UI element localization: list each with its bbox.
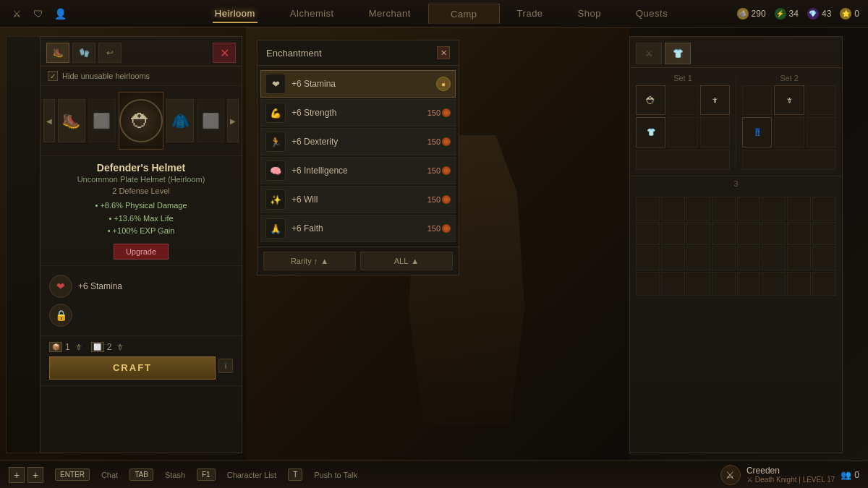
craft-button[interactable]: CRAFT — [49, 356, 216, 380]
inv-slot-13[interactable] — [737, 222, 761, 246]
enchant-item-strength[interactable]: 💪 +6 Strength 150 — [260, 99, 456, 127]
inv-slot-1[interactable] — [636, 197, 660, 221]
boots-icon: 🥾 — [62, 112, 80, 129]
inv-slot-27[interactable] — [686, 272, 710, 296]
right-tab-armor[interactable]: 👕 — [665, 43, 691, 64]
inv-slot-20[interactable] — [712, 247, 736, 270]
enchant-item-faith[interactable]: 🙏 +6 Faith 150 — [260, 215, 456, 242]
enchant-item-dexterity[interactable]: 🏃 +6 Dexterity 150 — [260, 128, 456, 155]
set-1-slot-5[interactable] — [668, 117, 697, 147]
tab-alchemist[interactable]: Alchemist — [273, 4, 352, 23]
inv-slot-17[interactable] — [636, 247, 660, 270]
inv-slot-32[interactable] — [812, 272, 836, 296]
inv-slot-11[interactable] — [686, 222, 710, 246]
inv-slot-12[interactable] — [712, 222, 736, 246]
set-2-slot-dagger[interactable]: 🗡 — [774, 85, 804, 115]
set-2-slot-5[interactable] — [774, 117, 804, 147]
carousel-prev[interactable]: ◀ — [43, 99, 55, 142]
carousel-small-item-3[interactable]: 🧥 — [166, 99, 194, 142]
inv-slot-7[interactable] — [787, 197, 811, 221]
faith-label: +6 Faith — [292, 223, 427, 234]
set-1-slot-6[interactable] — [700, 117, 730, 147]
inv-slot-3[interactable] — [686, 197, 710, 221]
panel-tab-boots[interactable]: 🥾 — [46, 43, 69, 63]
filter-button[interactable]: ALL ▲ — [360, 252, 453, 270]
inv-slot-29[interactable] — [737, 272, 761, 296]
panel-tab-gloves[interactable]: 🧤 — [72, 43, 95, 63]
will-label: +6 Will — [292, 194, 427, 205]
nav-icon-profile[interactable]: 👤 — [52, 6, 68, 22]
inv-slot-18[interactable] — [661, 247, 685, 270]
panel-close-btn[interactable]: ✕ — [213, 43, 236, 63]
tab-camp[interactable]: Camp — [428, 4, 500, 24]
inv-slot-9[interactable] — [636, 222, 660, 246]
enchant-item-intelligence[interactable]: 🧠 +6 Intelligence 150 — [260, 157, 456, 184]
set-2-slot-wide[interactable] — [742, 150, 836, 170]
set-2-slot-pants[interactable]: 👖 — [742, 117, 772, 147]
enchant-lock-icon[interactable]: 🔒 — [49, 304, 72, 327]
inv-slot-31[interactable] — [787, 272, 811, 296]
carousel-main-item[interactable]: ⛑ — [119, 92, 164, 150]
carousel-small-item-2[interactable]: ⬜ — [88, 99, 116, 142]
inv-slot-23[interactable] — [787, 247, 811, 270]
add-btn-1[interactable]: + — [9, 467, 25, 483]
inv-slot-24[interactable] — [812, 247, 836, 270]
carousel-next[interactable]: ▶ — [227, 99, 239, 142]
purple-value: 43 — [822, 9, 831, 19]
set-1-slot-sword[interactable]: 🗡 — [700, 85, 730, 115]
set-1-slot-wide[interactable] — [636, 150, 730, 170]
tab-trade[interactable]: Trade — [500, 4, 561, 23]
tab-quests[interactable]: Quests — [618, 4, 685, 23]
set-2-slot-1[interactable] — [742, 85, 772, 115]
inv-slot-4[interactable] — [712, 197, 736, 221]
inv-slot-2[interactable] — [661, 197, 685, 221]
set-1-slot-chest[interactable]: 👕 — [636, 117, 665, 147]
upgrade-button[interactable]: Upgrade — [114, 244, 169, 260]
inv-slot-15[interactable] — [787, 222, 811, 246]
inv-slot-8[interactable] — [812, 197, 836, 221]
inv-slot-19[interactable] — [686, 247, 710, 270]
tab-heirloom[interactable]: Heirloom — [197, 4, 273, 23]
sort-label: Rarity ↑ — [291, 257, 318, 265]
nav-icon-shield[interactable]: 🛡 — [30, 6, 46, 22]
hide-unusable-row[interactable]: ✓ Hide unusable heirlooms — [41, 67, 242, 86]
inv-slot-26[interactable] — [661, 272, 685, 296]
carousel-small-item-1[interactable]: 🥾 — [58, 99, 85, 142]
inv-slot-25[interactable] — [636, 272, 660, 296]
filter-arrow-icon: ▲ — [411, 257, 419, 265]
enchant-heart-icon[interactable]: ❤ — [49, 275, 72, 298]
tab-shop[interactable]: Shop — [561, 4, 618, 23]
bottom-bar: + + ENTER Chat TAB Stash F1 Character Li… — [0, 461, 868, 488]
right-tab-weapon[interactable]: ⚔ — [636, 43, 662, 64]
inv-slot-14[interactable] — [762, 222, 786, 246]
set-2-slot-3[interactable] — [807, 85, 836, 115]
resource-gold: 🪨 290 — [737, 8, 766, 20]
panel-tab-back[interactable]: ↩ — [98, 43, 122, 63]
enchant-item-will[interactable]: ✨ +6 Will 150 — [260, 186, 456, 213]
hide-checkbox-mark: ✓ — [48, 71, 58, 81]
inv-slot-21[interactable] — [737, 247, 761, 270]
carousel-small-item-4[interactable]: ⬜ — [197, 99, 224, 142]
inv-slot-5[interactable] — [737, 197, 761, 221]
info-button[interactable]: i — [218, 359, 233, 373]
add-btn-2[interactable]: + — [27, 467, 43, 483]
set-1-slot-helmet[interactable]: ⛑ — [636, 85, 665, 115]
inv-slot-22[interactable] — [762, 247, 786, 270]
enchant-item-stamina[interactable]: ❤ +6 Stamina ● — [260, 70, 456, 98]
craft-resources-row: 📦 1 🗡 ⬜ 2 🗡 — [49, 342, 233, 352]
sort-button[interactable]: Rarity ↑ ▲ — [263, 252, 356, 270]
set-2-slot-6[interactable] — [807, 117, 836, 147]
empty-slot-icon-2: ⬜ — [202, 112, 220, 129]
set-1-slot-2[interactable] — [668, 85, 697, 115]
cloak-icon: 🧥 — [171, 112, 190, 129]
nav-icon-sword[interactable]: ⚔ — [9, 6, 25, 22]
will-cost: 150 — [427, 195, 451, 204]
inv-slot-28[interactable] — [712, 272, 736, 296]
inv-slot-10[interactable] — [661, 222, 685, 246]
tab-merchant[interactable]: Merchant — [352, 4, 428, 23]
inv-slot-6[interactable] — [762, 197, 786, 221]
inv-slot-30[interactable] — [762, 272, 786, 296]
inv-slot-16[interactable] — [812, 222, 836, 246]
dialog-close-button[interactable]: ✕ — [437, 46, 450, 59]
craft-resource-2: ⬜ 2 🗡 — [91, 342, 124, 352]
